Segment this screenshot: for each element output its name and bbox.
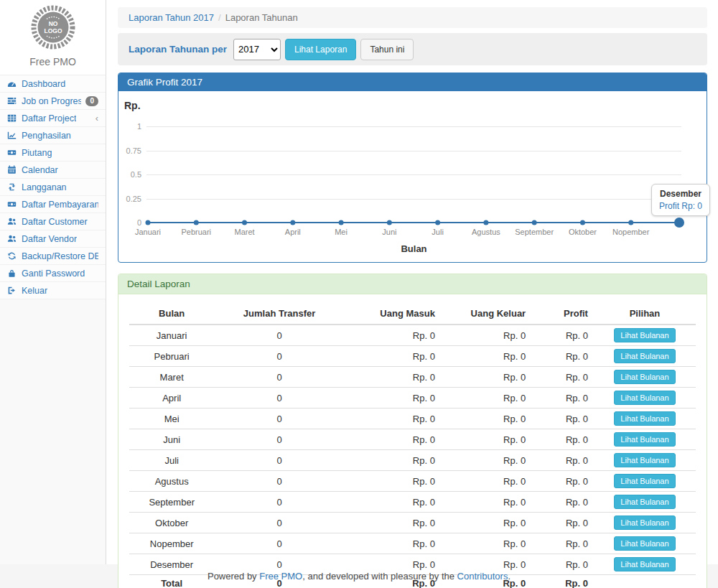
- lihat-bulanan-button[interactable]: Lihat Bulanan: [614, 495, 675, 509]
- breadcrumb: Laporan Tahun 2017/Laporan Tahunan: [118, 7, 707, 28]
- sidebar-item-label: Langganan: [22, 182, 67, 192]
- sidebar-item-piutang[interactable]: Piutang: [0, 144, 106, 162]
- data-point-juni[interactable]: [387, 220, 392, 225]
- sidebar-item-penghasilan[interactable]: Penghasilan: [0, 127, 106, 144]
- data-point-desember[interactable]: [674, 218, 684, 228]
- sidebar-item-label: Ganti Password: [22, 269, 85, 279]
- lihat-laporan-button[interactable]: Lihat Laporan: [285, 39, 356, 60]
- action-cell: Lihat Bulanan: [594, 388, 696, 409]
- sidebar-item-keluar[interactable]: Keluar: [0, 282, 106, 299]
- footer-link-contributors[interactable]: Contributors: [457, 571, 508, 582]
- tooltip-value: Profit Rp: 0: [659, 201, 702, 211]
- users-icon: [6, 234, 17, 243]
- column-header-bulan: Bulan: [129, 303, 214, 325]
- profit-line-series[interactable]: [118, 91, 705, 262]
- column-header-uang_masuk: Uang Masuk: [345, 303, 441, 325]
- data-point-nopember[interactable]: [628, 220, 633, 225]
- lihat-bulanan-button[interactable]: Lihat Bulanan: [614, 474, 675, 488]
- data-point-april[interactable]: [290, 220, 295, 225]
- table-row: April0Rp. 0Rp. 0Rp. 0Lihat Bulanan: [129, 388, 696, 409]
- lihat-bulanan-button[interactable]: Lihat Bulanan: [614, 328, 675, 342]
- detail-panel: Detail Laporan BulanJumlah TransferUang …: [118, 274, 707, 588]
- table-row: Agustus0Rp. 0Rp. 0Rp. 0Lihat Bulanan: [129, 471, 696, 492]
- sidebar-item-label: Piutang: [22, 148, 52, 158]
- sidebar-item-calendar[interactable]: Calendar: [0, 162, 106, 179]
- sidebar-item-job-on-progress[interactable]: Job on Progress0: [0, 93, 106, 110]
- sidebar-item-daftar-vendor[interactable]: Daftar Vendor: [0, 230, 106, 248]
- table-row: September0Rp. 0Rp. 0Rp. 0Lihat Bulanan: [129, 492, 696, 513]
- sidebar-item-label: Dashboard: [22, 79, 65, 89]
- data-point-oktober[interactable]: [580, 220, 585, 225]
- line-chart-icon: [6, 131, 17, 140]
- data-point-pebruari[interactable]: [194, 220, 199, 225]
- cell-uang_keluar: Rp. 0: [441, 492, 531, 513]
- cell-profit: Rp. 0: [531, 388, 594, 409]
- table-row: Juni0Rp. 0Rp. 0Rp. 0Lihat Bulanan: [129, 429, 696, 450]
- table-row: Maret0Rp. 0Rp. 0Rp. 0Lihat Bulanan: [129, 367, 696, 388]
- lihat-bulanan-button[interactable]: Lihat Bulanan: [614, 391, 675, 405]
- cell-profit: Rp. 0: [531, 492, 594, 513]
- cell-bulan: September: [129, 492, 214, 513]
- footer-link-freepmo[interactable]: Free PMO: [259, 571, 302, 582]
- data-point-mei[interactable]: [339, 220, 344, 225]
- cell-uang_masuk: Rp. 0: [345, 409, 441, 429]
- cell-uang_masuk: Rp. 0: [345, 513, 441, 533]
- sidebar-item-daftar-pembayaran[interactable]: Daftar Pembayaran: [0, 196, 106, 213]
- sidebar: NO LOGO Free PMO DashboardJob on Progres…: [0, 0, 106, 564]
- sidebar-item-daftar-project[interactable]: Daftar Project‹: [0, 110, 106, 127]
- sidebar-item-dashboard[interactable]: Dashboard: [0, 75, 106, 93]
- breadcrumb-link[interactable]: Laporan Tahun 2017: [129, 12, 214, 23]
- data-point-juli[interactable]: [435, 220, 440, 225]
- lihat-bulanan-button[interactable]: Lihat Bulanan: [614, 370, 675, 384]
- cell-uang_keluar: Rp. 0: [441, 429, 531, 450]
- action-cell: Lihat Bulanan: [594, 409, 696, 429]
- count-badge: 0: [85, 96, 98, 106]
- action-cell: Lihat Bulanan: [594, 367, 696, 388]
- cell-uang_masuk: Rp. 0: [345, 325, 441, 346]
- lihat-bulanan-button[interactable]: Lihat Bulanan: [614, 557, 675, 571]
- sidebar-item-backup-restore-db[interactable]: Backup/Restore DB: [0, 248, 106, 265]
- data-point-maret[interactable]: [242, 220, 247, 225]
- chart-panel: Grafik Profit 2017 Rp. Bulan 10.750.50.2…: [118, 73, 707, 263]
- cell-jumlah_transfer: 0: [214, 429, 344, 450]
- dashboard-icon: [6, 79, 17, 88]
- sidebar-item-label: Daftar Vendor: [22, 234, 77, 244]
- cell-profit: Rp. 0: [531, 513, 594, 533]
- brand[interactable]: NO LOGO Free PMO: [0, 0, 106, 75]
- cell-jumlah_transfer: 0: [214, 346, 344, 367]
- cell-uang_keluar: Rp. 0: [441, 325, 531, 346]
- cell-uang_masuk: Rp. 0: [345, 346, 441, 367]
- tooltip-month: Desember: [659, 189, 702, 199]
- retweet-icon: [6, 182, 17, 192]
- year-select[interactable]: 2017: [233, 39, 281, 60]
- total-bulan: Total: [129, 575, 214, 588]
- breadcrumb-current: Laporan Tahunan: [225, 12, 298, 23]
- data-point-januari[interactable]: [146, 220, 151, 225]
- lihat-bulanan-button[interactable]: Lihat Bulanan: [614, 349, 675, 363]
- sidebar-item-langganan[interactable]: Langganan: [0, 179, 106, 196]
- column-header-profit: Profit: [531, 303, 594, 325]
- cell-profit: Rp. 0: [531, 554, 594, 575]
- users-icon: [6, 217, 17, 226]
- data-point-september[interactable]: [532, 220, 537, 225]
- total-empty-cell: [594, 575, 696, 588]
- data-point-agustus[interactable]: [483, 220, 488, 225]
- tahun-ini-button[interactable]: Tahun ini: [360, 39, 414, 60]
- cell-bulan: April: [129, 388, 214, 409]
- lihat-bulanan-button[interactable]: Lihat Bulanan: [614, 453, 675, 467]
- cell-profit: Rp. 0: [531, 429, 594, 450]
- sidebar-item-ganti-password[interactable]: Ganti Password: [0, 265, 106, 282]
- column-header-jumlah_transfer: Jumlah Transfer: [214, 303, 344, 325]
- cell-jumlah_transfer: 0: [214, 450, 344, 471]
- cell-bulan: Januari: [129, 325, 214, 346]
- brand-name: Free PMO: [0, 56, 106, 67]
- lihat-bulanan-button[interactable]: Lihat Bulanan: [614, 536, 675, 551]
- page-wrapper: NO LOGO Free PMO DashboardJob on Progres…: [0, 0, 718, 564]
- lihat-bulanan-button[interactable]: Lihat Bulanan: [614, 432, 675, 447]
- lihat-bulanan-button[interactable]: Lihat Bulanan: [614, 515, 675, 530]
- profit-chart: Rp. Bulan 10.750.50.250JanuariPebruariMa…: [118, 91, 707, 262]
- sidebar-item-daftar-customer[interactable]: Daftar Customer: [0, 213, 106, 230]
- cell-uang_masuk: Rp. 0: [345, 367, 441, 388]
- footer-text: .: [508, 571, 510, 582]
- lihat-bulanan-button[interactable]: Lihat Bulanan: [614, 411, 675, 426]
